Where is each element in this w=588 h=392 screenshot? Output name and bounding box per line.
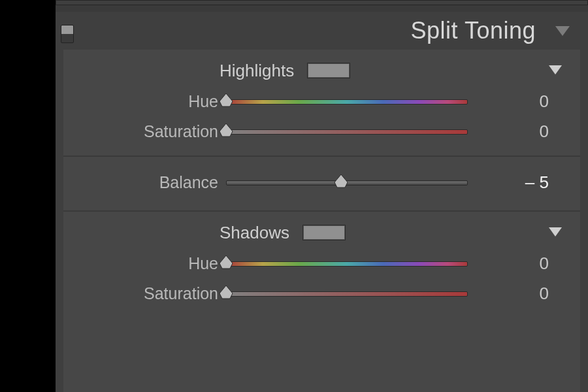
highlights-header: Highlights bbox=[73, 55, 571, 86]
shadows-header: Shadows bbox=[73, 217, 571, 248]
panel-enable-toggle[interactable] bbox=[61, 25, 74, 43]
balance-value[interactable]: – 5 bbox=[468, 172, 571, 193]
highlights-section: Highlights Hue 0 Saturation bbox=[63, 50, 580, 157]
slider-thumb[interactable] bbox=[219, 123, 233, 137]
slider-track bbox=[226, 99, 468, 105]
slider-track bbox=[226, 261, 468, 267]
slider-thumb[interactable] bbox=[219, 255, 233, 269]
shadows-saturation-slider[interactable] bbox=[226, 287, 468, 300]
shadows-color-swatch[interactable] bbox=[302, 225, 346, 240]
slider-thumb[interactable] bbox=[219, 93, 233, 107]
shadows-saturation-label: Saturation bbox=[73, 284, 226, 303]
highlights-hue-slider[interactable] bbox=[226, 95, 468, 108]
highlights-saturation-value[interactable]: 0 bbox=[468, 122, 571, 142]
balance-section: Balance – 5 bbox=[63, 157, 580, 212]
highlights-hue-label: Hue bbox=[73, 92, 226, 111]
shadows-hue-value[interactable]: 0 bbox=[468, 253, 571, 274]
panel-header[interactable]: Split Toning bbox=[56, 12, 588, 50]
panel-body: Highlights Hue 0 Saturation bbox=[63, 50, 580, 392]
shadows-saturation-row: Saturation 0 bbox=[73, 278, 571, 308]
shadows-saturation-value[interactable]: 0 bbox=[468, 284, 571, 304]
shadows-hue-row: Hue 0 bbox=[73, 248, 571, 278]
slider-thumb[interactable] bbox=[334, 174, 348, 188]
slider-track bbox=[226, 129, 468, 135]
shadows-disclosure-icon[interactable] bbox=[549, 227, 562, 237]
highlights-saturation-label: Saturation bbox=[73, 122, 226, 141]
shadows-title: Shadows bbox=[220, 223, 289, 243]
balance-row: Balance – 5 bbox=[73, 167, 571, 197]
shadows-hue-slider[interactable] bbox=[226, 257, 468, 270]
highlights-hue-value[interactable]: 0 bbox=[468, 91, 571, 112]
split-toning-panel: Split Toning Highlights Hue 0 bbox=[56, 12, 588, 392]
highlights-title: Highlights bbox=[220, 61, 294, 81]
balance-label: Balance bbox=[73, 173, 226, 192]
balance-slider[interactable] bbox=[226, 176, 468, 189]
highlights-saturation-row: Saturation 0 bbox=[73, 116, 571, 146]
panel-title: Split Toning bbox=[411, 17, 536, 44]
highlights-saturation-slider[interactable] bbox=[226, 125, 468, 138]
highlights-color-swatch[interactable] bbox=[307, 63, 350, 78]
collapse-icon[interactable] bbox=[555, 26, 570, 36]
shadows-section: Shadows Hue 0 Saturation bbox=[63, 212, 580, 318]
slider-thumb[interactable] bbox=[219, 285, 233, 299]
highlights-hue-row: Hue 0 bbox=[73, 86, 571, 116]
highlights-disclosure-icon[interactable] bbox=[549, 65, 562, 74]
previous-panel-edge bbox=[56, 0, 588, 5]
slider-track bbox=[226, 291, 468, 297]
shadows-hue-label: Hue bbox=[73, 254, 226, 273]
